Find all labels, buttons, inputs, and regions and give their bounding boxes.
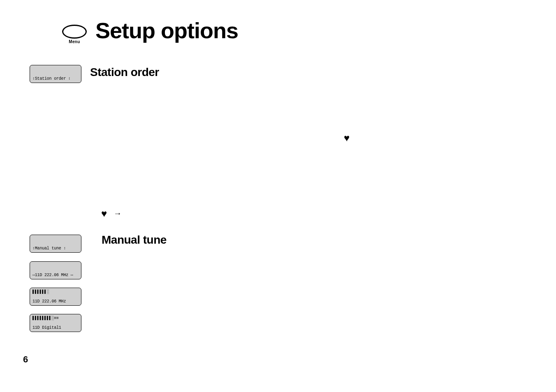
lcd-signal-freq: 11D 222.06 MHz <box>32 299 79 304</box>
lcd-station-order: ↕Station order ↕ <box>30 65 81 83</box>
heart-icon: ♥ <box>344 132 350 144</box>
lcd-manual-tune-menu: ↕Manual tune ↕ <box>30 235 81 253</box>
lcd-manual-tune-freq-select: ↔11D 222.06 MHz ↔ <box>30 261 81 279</box>
page-number: 6 <box>23 354 28 365</box>
lcd-signal-bar-low: ▌▌▌▌▌▌░ <box>32 290 79 294</box>
oval-button-icon <box>62 25 87 39</box>
lcd-manual-tune-menu-text: ↕Manual tune ↕ <box>32 246 79 251</box>
lcd-signal-station-name: 11D Digital1 <box>32 325 79 330</box>
heading-station-order: Station order <box>90 66 159 79</box>
heading-manual-tune: Manual tune <box>102 233 167 247</box>
lcd-manual-tune-signal-station: ▌▌▌▌▌▌▌▌░≡≡ 11D Digital1 <box>30 314 81 332</box>
lcd-manual-tune-freq-text: ↔11D 222.06 MHz ↔ <box>32 273 79 277</box>
menu-button-icon: Menu <box>61 25 88 44</box>
page-title: Setup options <box>95 18 238 43</box>
lcd-manual-tune-signal-low: ▌▌▌▌▌▌░ 11D 222.06 MHz <box>30 288 81 306</box>
lcd-station-order-text: ↕Station order ↕ <box>32 76 79 81</box>
lcd-signal-bar: ▌▌▌▌▌▌▌▌░≡≡ <box>32 316 79 321</box>
arrow-right-icon: → <box>114 209 122 218</box>
heart-icon: ♥ <box>101 208 107 219</box>
menu-button-label: Menu <box>61 39 88 44</box>
document-page: Menu Setup options ↕Station order ↕ Stat… <box>0 0 556 392</box>
